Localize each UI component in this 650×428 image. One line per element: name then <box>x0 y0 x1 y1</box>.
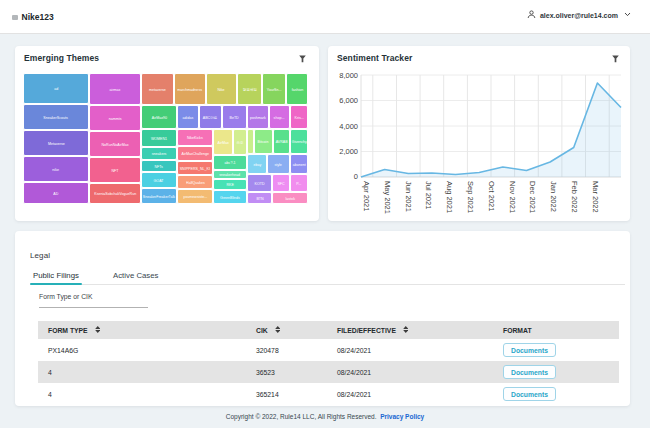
svg-text:Nov 2021: Nov 2021 <box>508 181 517 213</box>
svg-text:Oct 2021: Oct 2021 <box>487 181 496 211</box>
svg-text:Dec 2021: Dec 2021 <box>528 181 537 213</box>
svg-text:8,000: 8,000 <box>339 71 358 80</box>
svg-text:6,000: 6,000 <box>339 96 358 105</box>
svg-text:Feb 2022: Feb 2022 <box>570 181 579 213</box>
svg-text:Sep 2021: Sep 2021 <box>466 181 475 213</box>
svg-text:Mar 2022: Mar 2022 <box>591 181 600 213</box>
svg-text:Jan 2022: Jan 2022 <box>549 181 558 212</box>
svg-text:2,000: 2,000 <box>339 147 358 156</box>
svg-text:Jul 2021: Jul 2021 <box>424 181 433 209</box>
svg-text:0: 0 <box>354 172 358 181</box>
svg-text:Apr 2021: Apr 2021 <box>362 181 371 211</box>
svg-text:May 2021: May 2021 <box>383 181 392 214</box>
svg-text:Aug 2021: Aug 2021 <box>445 181 454 213</box>
svg-text:Jun 2021: Jun 2021 <box>404 181 413 212</box>
svg-text:4,000: 4,000 <box>339 122 358 131</box>
